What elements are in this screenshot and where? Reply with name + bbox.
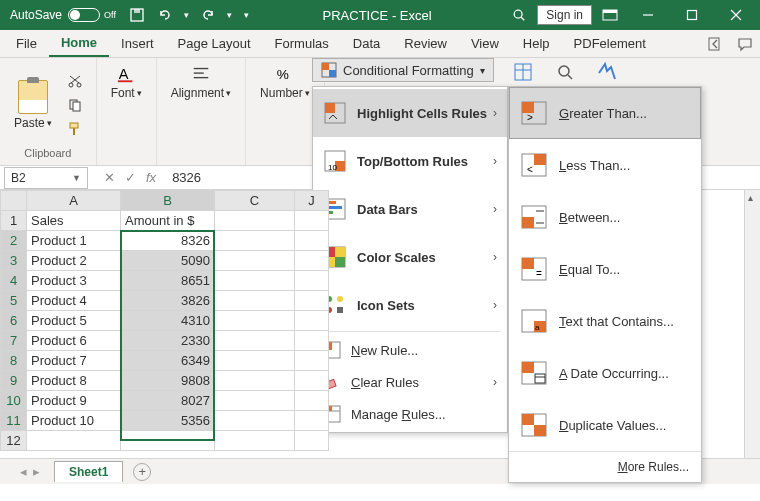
row-header-2[interactable]: 2 xyxy=(1,231,27,251)
vertical-scrollbar[interactable] xyxy=(744,190,760,458)
undo-dropdown-icon[interactable]: ▾ xyxy=(184,10,189,20)
minimize-button[interactable] xyxy=(628,1,668,29)
maximize-button[interactable] xyxy=(672,1,712,29)
cell-b4[interactable]: 8651 xyxy=(121,271,215,291)
tab-review[interactable]: Review xyxy=(392,31,459,56)
add-sheet-button[interactable]: + xyxy=(133,463,151,481)
close-button[interactable] xyxy=(716,1,756,29)
autosave-toggle[interactable]: AutoSave Off xyxy=(10,8,116,22)
cell-a5[interactable]: Product 4 xyxy=(27,291,121,311)
cell-b10[interactable]: 8027 xyxy=(121,391,215,411)
row-header-6[interactable]: 6 xyxy=(1,311,27,331)
tab-page-layout[interactable]: Page Layout xyxy=(166,31,263,56)
cf-top-bottom[interactable]: 10 Top/Bottom Rules › xyxy=(313,137,507,185)
paste-button[interactable]: Paste▾ xyxy=(8,78,58,132)
row-header-11[interactable]: 11 xyxy=(1,411,27,431)
comments-icon[interactable] xyxy=(730,31,760,57)
sub-equal-to[interactable]: = Equal To... xyxy=(509,243,701,295)
row-header-3[interactable]: 3 xyxy=(1,251,27,271)
cell-a4[interactable]: Product 3 xyxy=(27,271,121,291)
cell-a9[interactable]: Product 8 xyxy=(27,371,121,391)
col-header-b[interactable]: B xyxy=(121,191,215,211)
sub-greater-than[interactable]: > Greater Than... xyxy=(509,87,701,139)
format-painter-icon[interactable] xyxy=(64,119,86,139)
col-header-c[interactable]: C xyxy=(215,191,295,211)
ribbon: Paste▾ Clipboard A Font▾ Alig xyxy=(0,58,760,166)
redo-icon[interactable] xyxy=(199,6,217,24)
tab-data[interactable]: Data xyxy=(341,31,392,56)
signin-button[interactable]: Sign in xyxy=(537,5,592,25)
svg-rect-5 xyxy=(603,10,617,13)
toggle-switch[interactable] xyxy=(68,8,100,22)
fx-icon[interactable]: fx xyxy=(146,170,156,185)
cancel-formula-icon[interactable]: ✕ xyxy=(104,170,115,185)
cell-b9[interactable]: 9808 xyxy=(121,371,215,391)
format-table-icon[interactable] xyxy=(508,60,538,84)
tab-formulas[interactable]: Formulas xyxy=(263,31,341,56)
tab-help[interactable]: Help xyxy=(511,31,562,56)
cell-a11[interactable]: Product 10 xyxy=(27,411,121,431)
row-header-9[interactable]: 9 xyxy=(1,371,27,391)
save-icon[interactable] xyxy=(128,6,146,24)
cell-a1[interactable]: Sales xyxy=(27,211,121,231)
share-icon[interactable] xyxy=(700,31,730,57)
sub-between[interactable]: Between... xyxy=(509,191,701,243)
redo-dropdown-icon[interactable]: ▾ xyxy=(227,10,232,20)
cell-b7[interactable]: 2330 xyxy=(121,331,215,351)
row-header-7[interactable]: 7 xyxy=(1,331,27,351)
alignment-dropdown[interactable]: Alignment▾ xyxy=(165,62,237,102)
sub-more-rules[interactable]: More Rules... xyxy=(509,451,701,482)
cut-icon[interactable] xyxy=(64,71,86,91)
cell-b6[interactable]: 4310 xyxy=(121,311,215,331)
conditional-formatting-button[interactable]: Conditional Formatting ▾ xyxy=(312,58,494,82)
row-header-8[interactable]: 8 xyxy=(1,351,27,371)
cell-c1[interactable] xyxy=(215,211,295,231)
cell-b1[interactable]: Amount in $ xyxy=(121,211,215,231)
cell-a8[interactable]: Product 7 xyxy=(27,351,121,371)
sub-date-occurring[interactable]: A Date Occurring... xyxy=(509,347,701,399)
row-header-12[interactable]: 12 xyxy=(1,431,27,451)
sheet-tab-1[interactable]: Sheet1 xyxy=(54,461,123,482)
cell-a7[interactable]: Product 6 xyxy=(27,331,121,351)
col-header-a[interactable]: A xyxy=(27,191,121,211)
sub-duplicate-values[interactable]: Duplicate Values... xyxy=(509,399,701,451)
cf-highlight-cells[interactable]: Highlight Cells Rules › xyxy=(313,89,507,137)
find-icon[interactable] xyxy=(550,60,580,84)
ribbon-display-icon[interactable] xyxy=(600,5,620,25)
formula-value[interactable]: 8326 xyxy=(172,170,201,185)
cell-b8[interactable]: 6349 xyxy=(121,351,215,371)
col-header-j[interactable]: J xyxy=(295,191,329,211)
cell-j1[interactable] xyxy=(295,211,329,231)
sub-less-than[interactable]: < Less Than... xyxy=(509,139,701,191)
row-header-1[interactable]: 1 xyxy=(1,211,27,231)
cell-b2[interactable]: 8326 xyxy=(121,231,215,251)
name-box[interactable]: B2 ▼ xyxy=(4,167,88,189)
cell-a6[interactable]: Product 5 xyxy=(27,311,121,331)
number-dropdown[interactable]: % Number▾ xyxy=(254,62,316,102)
cell-b3[interactable]: 5090 xyxy=(121,251,215,271)
ideas-icon[interactable] xyxy=(592,60,622,84)
cell-b5[interactable]: 3826 xyxy=(121,291,215,311)
tab-view[interactable]: View xyxy=(459,31,511,56)
enter-formula-icon[interactable]: ✓ xyxy=(125,170,136,185)
tab-file[interactable]: File xyxy=(4,31,49,56)
row-header-10[interactable]: 10 xyxy=(1,391,27,411)
tab-insert[interactable]: Insert xyxy=(109,31,166,56)
cell-b11[interactable]: 5356 xyxy=(121,411,215,431)
cell-a2[interactable]: Product 1 xyxy=(27,231,121,251)
search-icon[interactable] xyxy=(509,5,529,25)
sub-text-contains[interactable]: a Text that Contains... xyxy=(509,295,701,347)
font-dropdown[interactable]: A Font▾ xyxy=(105,62,148,102)
row-header-5[interactable]: 5 xyxy=(1,291,27,311)
svg-rect-56 xyxy=(534,154,546,165)
tab-home[interactable]: Home xyxy=(49,30,109,57)
row-header-4[interactable]: 4 xyxy=(1,271,27,291)
cell-a10[interactable]: Product 9 xyxy=(27,391,121,411)
undo-icon[interactable] xyxy=(156,6,174,24)
svg-point-78 xyxy=(559,66,569,76)
cell-a3[interactable]: Product 2 xyxy=(27,251,121,271)
copy-icon[interactable] xyxy=(64,95,86,115)
sheet-nav[interactable]: ◂▸ xyxy=(20,464,40,479)
tab-pdfelement[interactable]: PDFelement xyxy=(562,31,658,56)
select-all-corner[interactable] xyxy=(1,191,27,211)
